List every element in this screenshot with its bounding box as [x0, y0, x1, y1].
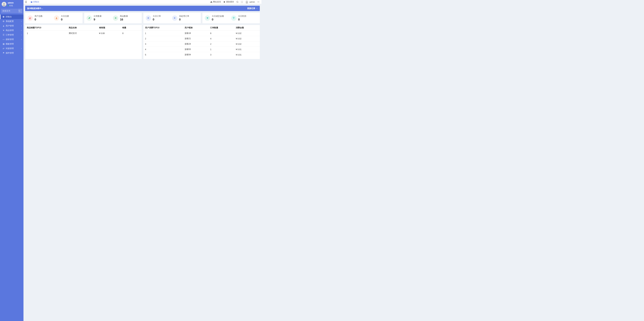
nav-item-orders[interactable]: ☰ 订单管理 ‹ — [0, 33, 24, 37]
col-nick: 用户昵称 — [183, 25, 209, 31]
sidebar: admin ●在线 控制台 ✿ 系统配置 ‹ 用户管理 ‹ 商品管理 ‹ — [0, 0, 24, 131]
sidebar-search — [1, 9, 22, 13]
nav-item-license[interactable]: ▭ 授权管理 ‹ — [0, 37, 24, 42]
col-amount: 销售额 — [98, 25, 121, 31]
stat-today-turnover: 今日成交金额 0 — [205, 15, 231, 21]
stat-label: 今日成交金额 — [212, 15, 224, 17]
nav-label: 订单管理 — [6, 33, 14, 36]
nav-item-templates[interactable]: ▦ 模板管理 — [0, 42, 24, 46]
chevron-left-icon: ‹ — [21, 29, 22, 31]
stat-label: 今日利润 — [238, 15, 246, 17]
stat-category-count: 分类数量 9 — [86, 15, 113, 21]
user-icon — [54, 15, 59, 21]
nav-label: 控制台 — [6, 15, 12, 18]
lines-icon — [172, 15, 178, 21]
svg-point-10 — [56, 17, 57, 18]
nav-item-integration[interactable]: ⇄ 对接管理 ‹ — [0, 46, 24, 51]
table-title: 用户消费TOP10 — [144, 25, 183, 31]
nav-label: 用户管理 — [6, 24, 14, 27]
cell-nick: 游客24 — [183, 41, 209, 47]
cell-nick: 游客54 — [183, 52, 209, 57]
col-name: 商品名称 — [67, 25, 98, 31]
hamburger-button[interactable] — [24, 0, 28, 3]
clear-cache-label: 清除缓存 — [226, 0, 234, 3]
topbar-right: 网站首页 清除缓存 admin — [210, 0, 260, 3]
cell-orders: 1 — [208, 47, 234, 52]
list-icon: ☰ — [2, 34, 5, 36]
dashboard-icon — [30, 1, 32, 3]
plugin-icon: ⚑ — [2, 52, 5, 54]
stat-label: 商品数量 — [120, 15, 128, 17]
search-button[interactable] — [18, 9, 22, 13]
cell-orders: 2 — [208, 41, 234, 47]
table-header-row: 商品销量TOP10 商品名称 销售额 销量 — [25, 25, 142, 31]
cell-orders: 4 — [208, 36, 234, 41]
refresh-button[interactable] — [236, 1, 238, 3]
sidebar-status: ●在线 — [8, 4, 14, 7]
sidebar-userinfo: admin ●在线 — [8, 2, 14, 7]
table-title: 商品销量TOP10 — [25, 25, 67, 31]
cell-rank: 5 — [144, 52, 183, 57]
nav-list: 控制台 ✿ 系统配置 ‹ 用户管理 ‹ 商品管理 ‹ ☰ 订单管理 ‹ ▭ 授权… — [0, 14, 24, 55]
nav-label: 模板管理 — [6, 42, 14, 45]
svg-point-6 — [258, 2, 258, 2]
svg-point-0 — [19, 10, 20, 11]
cell-qty: 8 — [120, 31, 142, 36]
fullscreen-button[interactable] — [241, 1, 243, 3]
table-header-row: 用户消费TOP10 用户昵称 订单数量 消费金额 — [144, 25, 260, 31]
nav-item-plugins[interactable]: ⚑ 插件管理 — [0, 51, 24, 55]
cart-icon — [205, 15, 210, 21]
table-row: 1测试支付¥ 0.088 — [25, 31, 142, 36]
cell-rank: 4 — [144, 47, 183, 52]
chevron-left-icon: ‹ — [21, 34, 22, 36]
cell-nick: 游客21 — [183, 36, 209, 41]
svg-point-2 — [3, 25, 4, 26]
home-link[interactable]: 网站首页 — [210, 0, 221, 3]
more-button[interactable] — [257, 1, 260, 3]
cell-nick: 游客53 — [183, 47, 209, 52]
svg-point-8 — [30, 17, 30, 18]
stat-today-register: 今日注册 0 — [54, 15, 80, 21]
svg-point-3 — [3, 31, 4, 31]
chevron-left-icon: ‹ — [21, 25, 22, 27]
banner-text: 版本数据加载中... — [27, 7, 43, 10]
svg-point-21 — [208, 19, 208, 19]
svg-point-9 — [30, 17, 31, 18]
topbar-left: 控制台 — [24, 0, 40, 4]
col-spend: 消费金额 — [234, 25, 260, 31]
stat-today-profit: 今日利润 0 — [231, 15, 258, 21]
stat-label: 用户总数 — [34, 15, 42, 17]
user-menu[interactable]: admin — [245, 0, 255, 3]
nav-item-products[interactable]: 商品管理 ‹ — [0, 28, 24, 33]
nav-item-users[interactable]: 用户管理 ‹ — [0, 24, 24, 28]
list-icon — [113, 15, 118, 21]
sidebar-user[interactable]: admin ●在线 — [0, 0, 24, 8]
tab-label: 控制台 — [33, 0, 39, 3]
table-row: 1游客186¥ 0.02 — [144, 31, 260, 36]
stat-pending-orders: 待处理订单 0 — [172, 15, 198, 21]
clear-cache-link[interactable]: 清除缓存 — [224, 0, 234, 3]
table-sales: 商品销量TOP10 商品名称 销售额 销量 1测试支付¥ 0.088 — [25, 25, 142, 59]
avatar — [245, 0, 248, 3]
nav-item-dashboard[interactable]: 控制台 — [0, 14, 24, 19]
cell-spend: ¥ 0.02 — [234, 31, 260, 36]
template-icon: ▦ — [2, 43, 5, 45]
main: 控制台 网站首页 清除缓存 admin 版本数据加载中... 更新记录 → — [24, 0, 262, 131]
cell-spend: ¥ 0.02 — [234, 41, 260, 47]
stat-card-orders: 今日订单 0 待处理订单 0 — [144, 13, 201, 23]
sidebar-username: admin — [8, 2, 14, 4]
nav-label: 商品管理 — [6, 29, 14, 32]
tab-dashboard[interactable]: 控制台 — [29, 0, 40, 4]
nav-label: 系统配置 — [6, 20, 14, 23]
nav-item-system[interactable]: ✿ 系统配置 ‹ — [0, 19, 24, 24]
stat-value: 0 — [212, 18, 224, 21]
stat-card-products: 分类数量 9 商品数量 16 — [84, 13, 142, 23]
content: 版本数据加载中... 更新记录 → 用户总数 0 今日注册 0 — [24, 4, 262, 131]
tables-row: 商品销量TOP10 商品名称 销售额 销量 1测试支付¥ 0.088 用户消费T… — [25, 25, 260, 59]
changelog-link[interactable]: 更新记录 → — [247, 7, 258, 10]
svg-point-20 — [207, 19, 207, 19]
trash-icon — [224, 1, 225, 3]
users-icon — [28, 15, 33, 21]
col-orders: 订单数量 — [208, 25, 234, 31]
stat-value: 16 — [120, 18, 128, 21]
